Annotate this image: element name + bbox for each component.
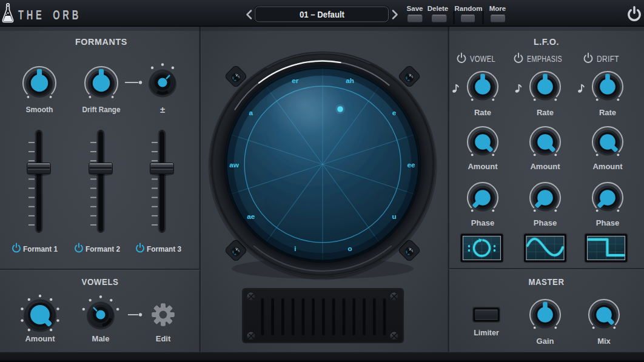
svg-text:Amount: Amount — [530, 162, 560, 171]
svg-text:Rate: Rate — [537, 108, 554, 117]
svg-text:Delete: Delete — [428, 5, 449, 12]
svg-text:a: a — [249, 109, 253, 117]
svg-text:Amount: Amount — [592, 162, 623, 171]
svg-text:Smooth: Smooth — [26, 105, 53, 114]
svg-text:More: More — [489, 5, 506, 12]
svg-text:01 – Default: 01 – Default — [300, 10, 344, 19]
svg-text:Gain: Gain — [537, 337, 554, 346]
svg-text:Random: Random — [455, 5, 483, 12]
svg-text:Limiter: Limiter — [474, 329, 499, 337]
svg-text:er: er — [292, 76, 299, 85]
svg-text:Rate: Rate — [599, 108, 616, 117]
svg-text:EMPHASIS: EMPHASIS — [527, 55, 562, 64]
svg-text:Phase: Phase — [471, 218, 494, 227]
svg-text:Save: Save — [407, 5, 423, 12]
svg-text:VOWEL: VOWEL — [470, 55, 495, 64]
svg-text:±: ± — [160, 104, 165, 115]
svg-text:Mix: Mix — [597, 337, 611, 346]
svg-text:Edit: Edit — [156, 334, 171, 343]
svg-text:e: e — [392, 109, 397, 117]
svg-text:ee: ee — [407, 161, 415, 169]
svg-text:Formant 3: Formant 3 — [147, 244, 181, 253]
svg-text:Drift Range: Drift Range — [82, 105, 121, 114]
svg-text:u: u — [392, 212, 397, 221]
svg-text:Phase: Phase — [596, 218, 619, 227]
svg-text:o: o — [348, 244, 352, 253]
svg-text:i: i — [294, 244, 296, 253]
svg-text:Formant 1: Formant 1 — [23, 244, 58, 253]
svg-text:Amount: Amount — [468, 162, 498, 171]
svg-text:DRIFT: DRIFT — [597, 55, 619, 64]
svg-text:VOWELS: VOWELS — [82, 277, 119, 287]
svg-text:Phase: Phase — [534, 218, 557, 227]
svg-text:Formant 2: Formant 2 — [86, 244, 120, 253]
svg-text:MASTER: MASTER — [529, 277, 565, 287]
svg-text:Amount: Amount — [25, 334, 55, 343]
svg-text:aw: aw — [229, 161, 240, 169]
svg-text:Male: Male — [92, 334, 110, 343]
svg-text:ah: ah — [346, 76, 354, 85]
svg-text:FORMANTS: FORMANTS — [75, 37, 127, 47]
svg-text:ae: ae — [247, 212, 255, 221]
svg-text:Rate: Rate — [474, 108, 491, 117]
svg-text:THE ORB: THE ORB — [18, 8, 81, 22]
svg-text:L.F.O.: L.F.O. — [534, 37, 559, 47]
